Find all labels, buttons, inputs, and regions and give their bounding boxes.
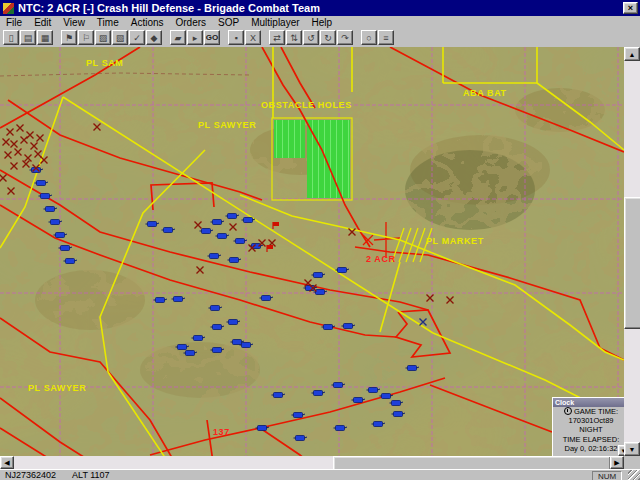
- clock-body: GAME TIME: 170301Oct89 NIGHT TIME ELAPSE…: [553, 407, 624, 453]
- scroll-up-icon[interactable]: ▲: [624, 47, 640, 61]
- elapsed-value: Day 0, 02:16:32: [553, 444, 624, 453]
- scroll-right-icon[interactable]: ▶: [610, 456, 624, 469]
- menu-help[interactable]: Help: [306, 17, 339, 28]
- toolbar-group: ⚑⚐▨▧✓◆: [61, 30, 163, 45]
- resize-grip[interactable]: [628, 470, 640, 480]
- status-bar: NJ27362402 ALT 1107 NUM: [0, 469, 640, 480]
- map-label-pl-market: PL MARKET: [426, 236, 484, 246]
- elapsed-label: TIME ELAPSED:: [553, 435, 624, 444]
- map-label-obstacle-holes: OBSTACLE HOLES: [261, 100, 352, 110]
- undo-icon[interactable]: ↺: [303, 30, 319, 45]
- redo-icon[interactable]: ↻: [320, 30, 336, 45]
- map-label-obstacle-137: 137: [213, 427, 230, 437]
- scroll-down-icon[interactable]: ▼: [624, 442, 640, 456]
- toolbar-group: ○≡: [361, 30, 395, 45]
- horizontal-scrollbar[interactable]: ◀ ▶: [0, 456, 624, 469]
- stop-icon[interactable]: ▪: [228, 30, 244, 45]
- new-icon[interactable]: ▯: [3, 30, 19, 45]
- menu-actions[interactable]: Actions: [125, 17, 170, 28]
- application-window: NTC: 2 ACR [-] Crash Hill Defense - Brig…: [0, 0, 640, 480]
- phase-value: NIGHT: [553, 425, 624, 434]
- measure-icon[interactable]: ≡: [378, 30, 394, 45]
- map-label-unit-2-acr: 2 ACR: [366, 254, 396, 264]
- menu-bar: FileEditViewTimeActionsOrdersSOPMultipla…: [0, 16, 640, 28]
- window-title: NTC: 2 ACR [-] Crash Hill Defense - Brig…: [18, 2, 623, 14]
- menu-sop[interactable]: SOP: [212, 17, 245, 28]
- open-icon[interactable]: ▤: [20, 30, 36, 45]
- title-bar[interactable]: NTC: 2 ACR [-] Crash Hill Defense - Brig…: [0, 0, 640, 16]
- scrollbar-corner: [624, 456, 640, 469]
- toolbar: ▯▤▦⚑⚐▨▧✓◆▰▸GO▪X⇄⇅↺↻↷○≡: [0, 28, 640, 47]
- map-label-pl-sawyer-south: PL SAWYER: [28, 383, 86, 393]
- repeat-icon[interactable]: ↷: [337, 30, 353, 45]
- toolbar-group: ▯▤▦: [3, 30, 54, 45]
- delete-icon[interactable]: X: [245, 30, 261, 45]
- flag-outline-tool-icon[interactable]: ⚐: [78, 30, 94, 45]
- paint-icon[interactable]: ▰: [170, 30, 186, 45]
- toolbar-group: ▪X: [228, 30, 262, 45]
- menu-time[interactable]: Time: [91, 17, 125, 28]
- save-icon[interactable]: ▦: [37, 30, 53, 45]
- go-button[interactable]: GO: [204, 30, 220, 45]
- game-time-value: 170301Oct89: [553, 416, 624, 425]
- flag-tool-icon[interactable]: ⚑: [61, 30, 77, 45]
- scroll-left-icon[interactable]: ◀: [0, 456, 14, 469]
- pan-icon[interactable]: ⇅: [286, 30, 302, 45]
- map-coordinate-readout: NJ27362402: [5, 470, 56, 480]
- num-lock-indicator: NUM: [592, 471, 622, 480]
- clock-window-title: Clock: [553, 398, 624, 407]
- clock-window[interactable]: Clock GAME TIME: 170301Oct89 NIGHT TIME …: [552, 397, 624, 456]
- menu-view[interactable]: View: [57, 17, 91, 28]
- draw-icon[interactable]: ◆: [146, 30, 162, 45]
- play-icon[interactable]: ▸: [187, 30, 203, 45]
- menu-multiplayer[interactable]: Multiplayer: [245, 17, 305, 28]
- circle-tool-icon[interactable]: ○: [361, 30, 377, 45]
- swap-icon[interactable]: ⇄: [269, 30, 285, 45]
- map-viewport[interactable]: PL SAMPL SAWYEROBSTACLE HOLESABA BATPL M…: [0, 47, 624, 456]
- map-label-pl-sawyer-north: PL SAWYER: [198, 120, 256, 130]
- vertical-scrollbar[interactable]: ▲ ▼: [624, 47, 640, 456]
- clock-icon: [564, 407, 572, 415]
- overlay-a-icon[interactable]: ▨: [95, 30, 111, 45]
- overlay-b-icon[interactable]: ▧: [112, 30, 128, 45]
- vertical-scrollbar-thumb[interactable]: [624, 197, 640, 329]
- menu-file[interactable]: File: [0, 17, 28, 28]
- map-label-pl-sam: PL SAM: [86, 58, 123, 68]
- altitude-readout: ALT 1107: [72, 470, 110, 480]
- menu-orders[interactable]: Orders: [170, 17, 213, 28]
- menu-edit[interactable]: Edit: [28, 17, 57, 28]
- app-icon: [3, 3, 14, 14]
- toolbar-group: ⇄⇅↺↻↷: [269, 30, 354, 45]
- check-icon[interactable]: ✓: [129, 30, 145, 45]
- game-time-label: GAME TIME:: [574, 407, 618, 416]
- toolbar-group: ▰▸GO: [170, 30, 221, 45]
- map-canvas[interactable]: PL SAMPL SAWYEROBSTACLE HOLESABA BATPL M…: [0, 47, 624, 456]
- close-button[interactable]: ×: [623, 2, 638, 14]
- map-label-aba-bat: ABA BAT: [463, 88, 507, 98]
